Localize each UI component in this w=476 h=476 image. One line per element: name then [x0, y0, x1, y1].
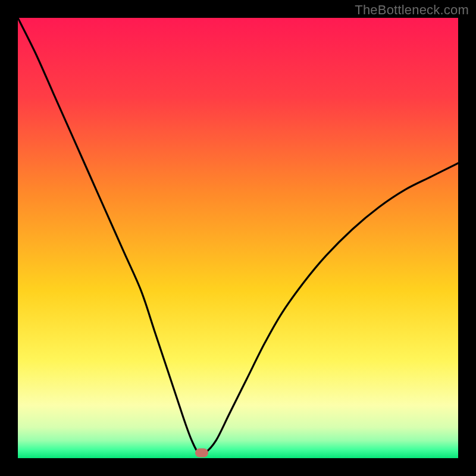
watermark-text: TheBottleneck.com: [355, 2, 469, 18]
bottleneck-curve-path: [18, 18, 458, 455]
curve-layer: [18, 18, 458, 458]
chart-frame: TheBottleneck.com: [0, 0, 476, 476]
optimal-marker: [195, 449, 208, 458]
plot-area: [18, 18, 458, 458]
